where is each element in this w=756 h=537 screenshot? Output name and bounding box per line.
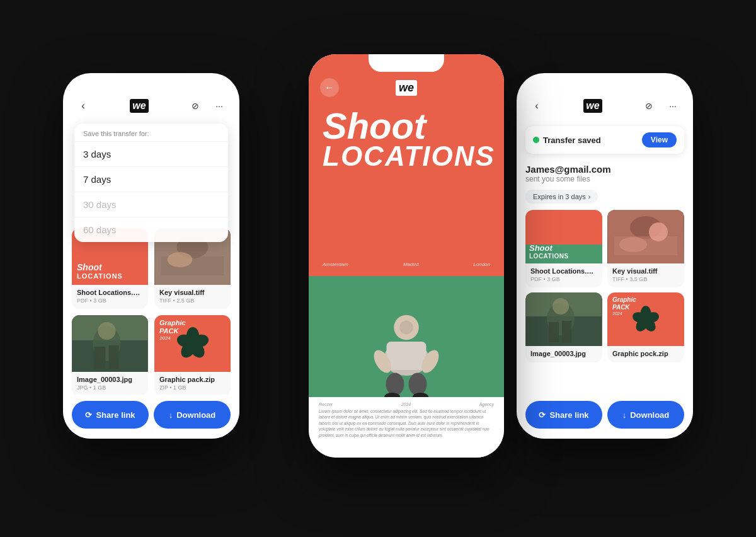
svg-point-30	[619, 237, 647, 252]
files-grid-left: ⬤ Shoot LOCATIONS Shoot Locations.pdf PD…	[63, 222, 239, 402]
svg-point-22	[409, 373, 427, 396]
file-info-shoot-right: Shoot Locations.pdf PDF • 3 GB	[525, 263, 602, 287]
transfer-saved-text: Transfer saved	[543, 136, 601, 145]
logo-left: we	[130, 99, 148, 113]
file-info-image3: Image_00003.jpg JPG • 1 GB	[72, 372, 148, 396]
location-london: London	[473, 262, 490, 267]
download-icon-left: ↓	[169, 410, 173, 420]
logo-center: we	[396, 80, 417, 96]
file-info-keyvisual: Key visual.tiff TIFF • 2.5 GB	[154, 285, 231, 309]
graphic-pack-right: PACK	[612, 304, 636, 311]
file-name-keyvisual: Key visual.tiff	[159, 289, 226, 296]
file-name-image3-right: Image_00003.jpg	[530, 350, 597, 357]
graphic-title-right: Graphic	[612, 296, 636, 304]
file-name-graphicpack: Graphic pack.zip	[159, 376, 226, 383]
file-meta-graphicpack: ZIP • 1 GB	[159, 384, 226, 391]
sender-email: James@gmail.com	[525, 164, 684, 175]
center-footer: Reccer 2024 Agency Lorem ipsum dolor sit…	[309, 397, 504, 458]
back-button-right[interactable]: ‹	[528, 97, 546, 115]
phone-center: ← we Shoot LOCATIONS Amsterdam Madrid Lo…	[309, 54, 504, 458]
bookmark-icon-right[interactable]: ⊘	[640, 97, 658, 115]
file-card-image3[interactable]: Image_00003.jpg JPG • 1 GB	[72, 315, 148, 396]
file-name-shoot: Shoot Locations.pdf	[77, 289, 143, 296]
svg-rect-35	[549, 322, 559, 342]
shoot-title-line1: Shoot	[323, 110, 490, 142]
download-button-right[interactable]: ↓ Download	[607, 401, 684, 429]
green-dot-icon	[533, 137, 539, 143]
shoot-title-line2: LOCATIONS	[323, 142, 490, 170]
share-link-button-right[interactable]: ⟳ Share link	[525, 401, 602, 429]
sender-info: James@gmail.com sent you some files	[517, 159, 693, 186]
bookmark-icon-left[interactable]: ⊘	[186, 97, 204, 115]
file-info-graphicpack: Graphic pack.zip ZIP • 1 GB	[154, 372, 231, 396]
more-icon-left[interactable]: ···	[210, 97, 228, 115]
footer-agency: Agency	[479, 402, 494, 407]
thumb-graphic-pack: Graphic PACK 2024	[154, 315, 231, 372]
share-icon-right: ⟳	[539, 410, 546, 420]
file-name-keyvisual-right: Key visual.tiff	[612, 267, 679, 275]
transfer-saved-banner: Transfer saved View	[525, 126, 684, 154]
phone-right: ‹ we ⊘ ··· Transfer saved View James@gma…	[517, 73, 693, 439]
center-title-block: Shoot LOCATIONS	[309, 103, 504, 176]
share-link-button-left[interactable]: ⟳ Share link	[72, 401, 149, 429]
location-madrid: Madrid	[403, 262, 418, 267]
svg-point-34	[553, 298, 569, 315]
file-card-image3-right[interactable]: Image_00003.jpg	[525, 292, 602, 362]
graphic-year-right: 2024	[612, 311, 636, 316]
svg-rect-10	[109, 345, 119, 369]
center-orange-section: ← we Shoot LOCATIONS Amsterdam Madrid Lo…	[309, 54, 504, 276]
file-info-image3-right: Image_00003.jpg	[525, 346, 602, 362]
location-amsterdam: Amsterdam	[323, 262, 348, 267]
footer-reccer: Reccer	[319, 402, 333, 407]
thumb-graphic-right: Graphic PACK 2024	[607, 292, 684, 346]
sender-subtitle: sent you some files	[525, 175, 684, 183]
thumb-shoot-right: Shoot LOCATIONS	[525, 210, 602, 263]
dropdown-7days[interactable]: 7 days	[74, 166, 228, 192]
file-card-graphicpack-right[interactable]: Graphic PACK 2024	[607, 292, 684, 362]
more-icon-right[interactable]: ···	[664, 97, 682, 115]
person-figure	[350, 296, 463, 397]
center-green-section	[309, 276, 504, 397]
file-card-graphicpack[interactable]: Graphic PACK 2024	[154, 315, 231, 396]
file-meta-keyvisual-right: TIFF • 3.5 GB	[612, 276, 679, 282]
back-button-left[interactable]: ‹	[74, 97, 92, 115]
bottom-actions-right: ⟳ Share link ↓ Download	[517, 395, 693, 439]
thumb-woman-green	[72, 315, 148, 372]
notch-right	[567, 73, 643, 91]
back-button-center[interactable]: ←	[320, 78, 339, 97]
file-card-shoot-right[interactable]: Shoot LOCATIONS Shoot Locations.pdf PDF …	[525, 210, 602, 287]
download-button-left[interactable]: ↓ Download	[154, 401, 231, 429]
file-card-keyvisual-right[interactable]: Key visual.tiff TIFF • 3.5 GB	[607, 210, 684, 287]
svg-point-25	[399, 321, 413, 335]
svg-point-8	[98, 322, 116, 340]
svg-point-29	[649, 222, 668, 241]
woman-green-right-svg	[525, 292, 602, 346]
svg-point-21	[386, 373, 404, 396]
file-name-image3: Image_00003.jpg	[77, 376, 143, 383]
download-icon-right: ↓	[622, 410, 627, 420]
share-icon-left: ⟳	[85, 410, 92, 420]
file-info-shoot: Shoot Locations.pdf PDF • 3 GB	[72, 285, 148, 309]
svg-rect-9	[94, 347, 106, 369]
dropdown-title: Save this transfer for:	[74, 124, 228, 141]
file-name-shoot-right: Shoot Locations.pdf	[530, 267, 597, 275]
phones-container: ‹ we ⊘ ··· Save this transfer for: 3 day…	[32, 16, 724, 521]
expires-badge[interactable]: Expires in 3 days ›	[525, 190, 598, 204]
logo-right: we	[583, 99, 602, 113]
chevron-right-icon: ›	[588, 193, 591, 200]
file-info-graphicpack-right: Graphic pock.zip	[607, 346, 684, 362]
woman-lying-right-svg	[607, 210, 684, 263]
file-meta-shoot-right: PDF • 3 GB	[530, 276, 597, 282]
svg-rect-36	[562, 321, 571, 343]
view-button[interactable]: View	[642, 132, 677, 147]
save-dropdown: Save this transfer for: 3 days 7 days 30…	[74, 124, 228, 242]
files-grid-right: Shoot LOCATIONS Shoot Locations.pdf PDF …	[517, 207, 693, 365]
dropdown-60days: 60 days	[74, 217, 228, 242]
locations-row: Amsterdam Madrid London	[309, 262, 504, 267]
footer-labels: Reccer 2024 Agency	[319, 402, 494, 407]
dropdown-3days[interactable]: 3 days	[74, 141, 228, 166]
dropdown-30days: 30 days	[74, 192, 228, 217]
header-icons-right: ⊘ ···	[640, 97, 682, 115]
bottom-actions-left: ⟳ Share link ↓ Download	[63, 395, 239, 439]
svg-rect-18	[387, 342, 427, 370]
